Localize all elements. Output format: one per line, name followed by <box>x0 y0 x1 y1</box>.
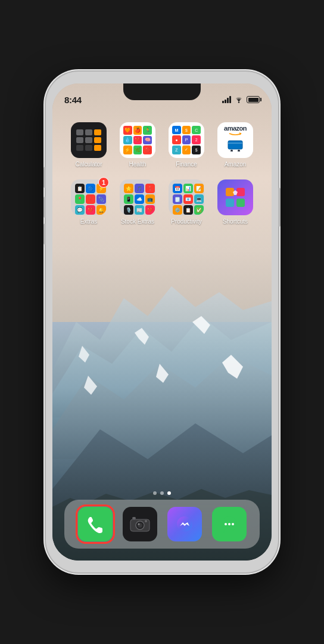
camera-app-icon <box>123 507 157 541</box>
messages-app-icon <box>212 507 247 541</box>
dock-camera[interactable] <box>122 506 158 542</box>
finance-icon: M $ C ● P 2 Z ✓ $ <box>169 122 204 158</box>
app-calculator[interactable]: Calculator <box>67 122 110 168</box>
dock-phone[interactable] <box>77 506 113 542</box>
svg-rect-4 <box>226 188 234 196</box>
finance-label: Finance <box>176 161 197 168</box>
shortcuts-icon <box>217 179 253 215</box>
amazon-label: Amazon <box>225 161 247 168</box>
notch <box>123 83 201 100</box>
svg-rect-7 <box>236 199 245 207</box>
amazon-icon: amazon <box>217 122 253 158</box>
health-icon: 🧡 🍎 🏃 💧 ❤️ 🧠 ⚡ 🌿 🔴 <box>120 122 155 158</box>
battery-icon <box>247 96 260 103</box>
status-time: 8:44 <box>64 95 82 105</box>
dock-messenger[interactable] <box>167 506 202 542</box>
svg-point-17 <box>228 523 230 525</box>
svg-point-13 <box>138 524 139 525</box>
phone-highlight <box>76 504 115 544</box>
svg-rect-14 <box>132 517 136 519</box>
app-health[interactable]: 🧡 🍎 🏃 💧 ❤️ 🧠 ⚡ 🌿 🔴 <box>116 122 159 168</box>
messenger-app-icon <box>167 507 202 541</box>
productivity-icon: 📅 📊 📝 🗒️ 📧 💻 ⚙️ 📋 ✅ <box>169 179 204 215</box>
wifi-icon <box>234 96 244 103</box>
app-row-2: 📋 🔵 ⚡ 📍 ❗ 📎 💬 ❤️ 🔔 1 <box>64 179 260 225</box>
phone-frame: 8:44 <box>46 72 278 572</box>
svg-rect-1 <box>228 141 242 149</box>
extras-badge: 1 <box>98 177 109 188</box>
app-productivity[interactable]: 📅 📊 📝 🗒️ 📧 💻 ⚙️ 📋 ✅ <box>165 179 208 225</box>
svg-rect-5 <box>236 188 245 196</box>
page-dot-1 <box>153 491 157 495</box>
shortcuts-label: Shortcuts <box>223 218 248 225</box>
app-finance[interactable]: M $ C ● P 2 Z ✓ $ Finan <box>165 122 208 168</box>
signal-icon <box>222 96 231 103</box>
svg-point-16 <box>225 523 227 525</box>
svg-point-18 <box>232 523 234 525</box>
extras-label: Extras <box>80 218 97 225</box>
svg-rect-6 <box>226 199 234 207</box>
page-dot-3 <box>167 491 171 495</box>
calculator-icon <box>71 122 107 158</box>
app-extras[interactable]: 📋 🔵 ⚡ 📍 ❗ 📎 💬 ❤️ 🔔 1 <box>67 179 110 225</box>
app-amazon[interactable]: amazon <box>214 122 257 168</box>
productivity-label: Productivity <box>171 218 202 225</box>
stock-extras-icon: ⭐ 🎵 📍 📱 ☁️ 📺 🎙️ 📰 ❤️ <box>120 179 155 215</box>
stock-extras-label: Stock Extras <box>121 218 154 225</box>
app-grid: Calculator 🧡 🍎 🏃 💧 ❤️ <box>64 122 260 237</box>
svg-point-0 <box>238 101 239 103</box>
dock <box>64 500 260 549</box>
phone-screen: 8:44 <box>52 83 272 561</box>
app-row-1: Calculator 🧡 🍎 🏃 💧 ❤️ <box>64 122 260 168</box>
page-dots <box>153 491 171 495</box>
status-icons <box>222 96 260 103</box>
page-dot-2 <box>160 491 164 495</box>
app-shortcuts[interactable]: Shortcuts <box>214 179 257 225</box>
calculator-label: Calculator <box>75 161 102 168</box>
dock-messages[interactable] <box>211 506 247 542</box>
app-stock-extras[interactable]: ⭐ 🎵 📍 📱 ☁️ 📺 🎙️ 📰 ❤️ <box>116 179 159 225</box>
health-label: Health <box>129 161 147 168</box>
svg-point-3 <box>238 150 240 151</box>
svg-point-2 <box>230 150 233 151</box>
svg-point-15 <box>145 520 147 522</box>
